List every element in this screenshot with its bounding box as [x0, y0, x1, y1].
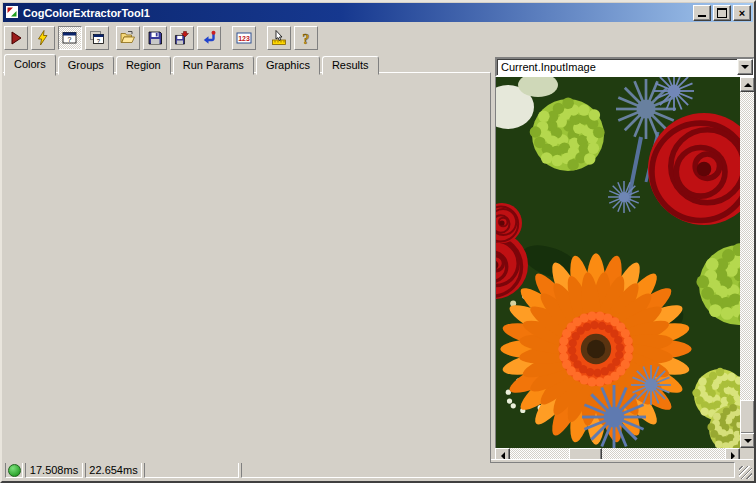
show-image-window-button[interactable]: ?	[58, 26, 82, 50]
title-bar[interactable]: CogColorExtractorTool1 ×	[3, 3, 753, 22]
pointer-ruler-button[interactable]	[267, 26, 291, 50]
image-source-dropdown-button[interactable]	[737, 59, 753, 75]
float-window-button[interactable]: ?	[85, 26, 109, 50]
run-icon	[8, 30, 24, 46]
open-file-icon	[120, 30, 136, 46]
status-ok-led-icon	[8, 464, 21, 477]
save-image-icon	[174, 30, 190, 46]
open-file-button[interactable]	[116, 26, 140, 50]
run-live-button[interactable]	[31, 26, 55, 50]
close-button[interactable]: ×	[733, 5, 751, 21]
scroll-down-button[interactable]	[740, 433, 755, 448]
numeric-results-icon: 123	[236, 30, 252, 46]
close-icon: ×	[739, 8, 745, 18]
svg-text:?: ?	[303, 32, 310, 47]
status-indicator-panel	[5, 462, 23, 478]
save-image-button[interactable]	[170, 26, 194, 50]
tab-groups[interactable]: Groups	[58, 56, 114, 75]
tab-run-params[interactable]: Run Params	[173, 56, 254, 75]
save-button[interactable]	[143, 26, 167, 50]
tab-page-colors	[3, 72, 491, 463]
show-image-window-icon: ?	[62, 30, 78, 46]
tab-region[interactable]: Region	[116, 56, 171, 75]
run-time-panel: 17.508ms	[25, 462, 83, 478]
help-button[interactable]: ?	[294, 26, 318, 50]
numeric-results-button[interactable]: 123	[232, 26, 256, 50]
tab-colors[interactable]: Colors	[4, 54, 56, 76]
input-image-view[interactable]	[495, 77, 741, 448]
tab-graphics[interactable]: Graphics	[256, 56, 320, 75]
minimize-icon	[698, 15, 706, 17]
chevron-down-icon	[741, 65, 749, 69]
run-button[interactable]	[4, 26, 28, 50]
arrow-up-icon	[744, 83, 752, 87]
window-title: CogColorExtractorTool1	[23, 7, 691, 19]
input-image-bouquet	[496, 77, 741, 448]
main-toolbar: ? ? 123 ?	[3, 24, 753, 52]
resize-grip[interactable]	[739, 466, 752, 479]
status-empty-panel	[144, 462, 239, 478]
tab-strip: Colors Groups Region Run Params Graphics…	[4, 54, 381, 75]
image-source-combo[interactable]: Current.InputImage	[495, 57, 755, 77]
reset-icon	[201, 30, 217, 46]
float-window-icon: ?	[89, 30, 105, 46]
minimize-button[interactable]	[693, 5, 711, 21]
vertical-scroll-thumb[interactable]	[740, 400, 755, 434]
run-live-icon	[35, 30, 51, 46]
cog-color-extractor-window: CogColorExtractorTool1 × ? ? 123 ? Color…	[0, 0, 756, 483]
scroll-up-button[interactable]	[740, 77, 755, 92]
svg-text:123: 123	[238, 35, 250, 42]
app-icon	[5, 5, 19, 21]
maximize-button[interactable]	[713, 5, 731, 21]
help-icon: ?	[298, 30, 314, 46]
reset-button[interactable]	[197, 26, 221, 50]
image-source-value: Current.InputImage	[497, 61, 737, 73]
svg-text:?: ?	[68, 36, 72, 43]
arrow-down-icon	[744, 439, 752, 443]
vertical-scrollbar[interactable]	[740, 77, 755, 448]
tab-results[interactable]: Results	[322, 56, 379, 75]
total-time-panel: 22.654ms	[85, 462, 142, 478]
pointer-ruler-icon	[271, 30, 287, 46]
status-message-panel	[241, 462, 735, 478]
maximize-icon	[717, 8, 727, 18]
save-icon	[147, 30, 163, 46]
